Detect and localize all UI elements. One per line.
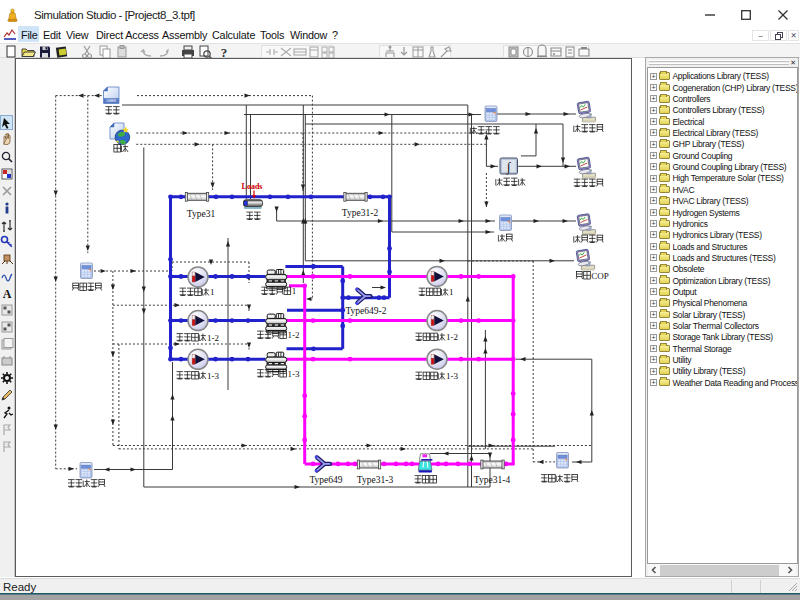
svg-text:Type31-2: Type31-2 bbox=[342, 208, 379, 218]
svg-text:1: 1 bbox=[292, 286, 297, 296]
svg-text:Type649: Type649 bbox=[309, 475, 342, 485]
svg-text:1-3: 1-3 bbox=[288, 369, 300, 379]
svg-text:Type31-4: Type31-4 bbox=[474, 475, 511, 485]
svg-text:1: 1 bbox=[449, 287, 454, 297]
svg-text:1-3: 1-3 bbox=[207, 371, 219, 381]
svg-text:1-2: 1-2 bbox=[207, 333, 219, 343]
svg-text:1-2: 1-2 bbox=[446, 332, 458, 342]
svg-text:USER: USER bbox=[106, 99, 116, 103]
svg-text:COP: COP bbox=[591, 271, 609, 281]
svg-text:A: A bbox=[3, 287, 12, 301]
svg-text:1-3: 1-3 bbox=[446, 371, 458, 381]
svg-text:Type31-3: Type31-3 bbox=[357, 475, 394, 485]
svg-text:1: 1 bbox=[210, 287, 215, 297]
svg-text:1-2: 1-2 bbox=[288, 330, 300, 340]
svg-text:Type649-2: Type649-2 bbox=[345, 306, 386, 316]
svg-text:Loads: Loads bbox=[242, 182, 263, 191]
svg-text:Type31: Type31 bbox=[187, 209, 216, 219]
